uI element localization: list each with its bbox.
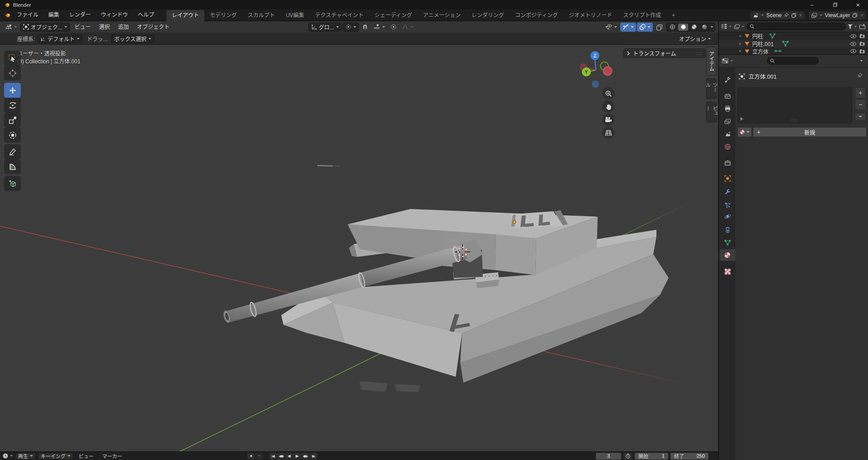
mode-dropdown[interactable]: オブジェク...: [20, 23, 70, 32]
prev-keyframe-button[interactable]: ◀◆: [277, 453, 285, 460]
keying-dropdown[interactable]: キーイング: [38, 453, 73, 460]
options-dropdown[interactable]: オプション: [677, 34, 713, 43]
workspace-tab-uv[interactable]: UV編集: [280, 10, 310, 21]
zoom-button[interactable]: [602, 87, 614, 100]
tool-measure[interactable]: [4, 159, 21, 174]
axis-x-pos-ball[interactable]: [604, 67, 612, 76]
proportional-falloff-dropdown[interactable]: [400, 23, 416, 32]
auto-keying-set-dropdown[interactable]: [255, 453, 263, 460]
tool-cursor[interactable]: [4, 66, 21, 81]
tool-rotate[interactable]: [4, 98, 21, 113]
view-layer-selector[interactable]: ViewLayer ×: [808, 11, 866, 20]
sidebar-tab-view[interactable]: ビュー: [706, 102, 717, 123]
use-preview-range-button[interactable]: [623, 453, 632, 460]
tool-add-cube[interactable]: [4, 176, 21, 191]
pivot-point-dropdown[interactable]: [343, 23, 359, 32]
tool-scale[interactable]: [4, 113, 21, 128]
editor-type-button[interactable]: [3, 23, 19, 32]
workspace-tab-shading[interactable]: シェーディング: [369, 10, 417, 21]
snap-target-dropdown[interactable]: [371, 23, 387, 32]
menu-add[interactable]: 追加: [114, 22, 132, 33]
workspace-tab-modeling[interactable]: モデリング: [204, 10, 242, 21]
proportional-editing-toggle[interactable]: [388, 23, 399, 32]
hide-eye-icon[interactable]: [850, 42, 857, 46]
new-collection-button[interactable]: [859, 24, 866, 29]
list-resize-grip[interactable]: ::::: [791, 118, 797, 122]
play-button[interactable]: ▶: [293, 453, 301, 460]
sidebar-tab-tool[interactable]: ツール: [706, 78, 717, 99]
select-mode-dropdown[interactable]: ボックス選択: [111, 34, 154, 43]
shading-wireframe-button[interactable]: [668, 24, 677, 31]
outliner-display-mode-dropdown[interactable]: [721, 24, 732, 29]
expand-icon[interactable]: [740, 42, 741, 45]
tool-transform[interactable]: [4, 128, 21, 142]
expand-icon[interactable]: [740, 50, 741, 53]
menu-view[interactable]: ビュー: [71, 22, 94, 33]
tab-view-layer[interactable]: [720, 115, 735, 127]
outliner-row-cube[interactable]: 立方体: [719, 47, 868, 54]
tab-collection[interactable]: [720, 157, 735, 169]
camera-view-button[interactable]: [602, 114, 614, 126]
tab-object-data[interactable]: [720, 237, 735, 248]
menu-object[interactable]: オブジェクト: [133, 22, 173, 33]
tab-material[interactable]: [720, 249, 735, 261]
workspace-tab-animation[interactable]: アニメーション: [418, 10, 467, 21]
frame-end-field[interactable]: 終了250: [670, 453, 708, 460]
sidebar-tab-item[interactable]: アイテム: [706, 47, 717, 76]
menu-file[interactable]: ファイル: [12, 9, 43, 21]
outliner-filter-dropdown[interactable]: [848, 24, 857, 29]
tool-select-box[interactable]: [4, 51, 21, 66]
transform-panel-header[interactable]: トランスフォーム ::::: [623, 48, 706, 58]
hide-eye-icon[interactable]: [850, 49, 857, 53]
show-overlays-toggle[interactable]: [637, 23, 653, 32]
restore-button[interactable]: [825, 0, 845, 9]
transform-orientation-dropdown[interactable]: グロ...: [308, 23, 342, 32]
playback-dropdown[interactable]: 再生: [15, 453, 36, 460]
show-gizmo-toggle[interactable]: [620, 23, 636, 32]
menu-render[interactable]: レンダー: [64, 9, 96, 21]
pin-icon[interactable]: [857, 73, 863, 78]
minimize-button[interactable]: –: [802, 0, 822, 9]
next-keyframe-button[interactable]: ◆▶: [302, 453, 309, 460]
outliner-filter-id-dropdown[interactable]: [734, 24, 745, 29]
tab-texture[interactable]: [720, 266, 735, 277]
workspace-tab-rendering[interactable]: レンダリング: [466, 10, 509, 21]
menu-window[interactable]: ウィンドウ: [96, 9, 133, 21]
scene-selector[interactable]: Scene ×: [750, 11, 805, 20]
menu-select[interactable]: 選択: [95, 22, 113, 33]
workspace-tab-scripting[interactable]: スクリプト作成: [618, 10, 666, 21]
navigation-gizmo[interactable]: X Z Y: [579, 47, 619, 92]
tab-modifiers[interactable]: [720, 185, 735, 197]
xray-toggle[interactable]: [654, 23, 665, 32]
shading-material-button[interactable]: [689, 24, 698, 31]
properties-options-dropdown[interactable]: [860, 60, 863, 62]
hide-eye-icon[interactable]: [850, 34, 857, 38]
disable-render-icon[interactable]: [859, 41, 865, 46]
object-origin-dot[interactable]: [513, 221, 516, 224]
properties-search-input[interactable]: [767, 57, 819, 65]
tab-output[interactable]: [720, 103, 735, 114]
tab-particles[interactable]: [720, 199, 735, 211]
menu-edit[interactable]: 編集: [43, 9, 64, 21]
add-workspace-button[interactable]: +: [666, 10, 680, 21]
workspace-tab-sculpting[interactable]: スカルプト: [242, 10, 280, 21]
disable-render-icon[interactable]: [859, 49, 865, 54]
outliner-row-cylinder[interactable]: 円柱: [719, 32, 868, 40]
3d-viewport[interactable]: ユーザー・透視投影 (3) Collection | 立方体.001 X Z Y…: [0, 45, 718, 451]
panel-drag-grip[interactable]: ::::: [696, 51, 702, 56]
tab-scene[interactable]: [720, 128, 735, 140]
timeline-view-menu[interactable]: ビュー: [75, 452, 97, 460]
workspace-tab-layout[interactable]: レイアウト: [166, 10, 204, 21]
tool-annotate[interactable]: [4, 144, 21, 159]
menu-help[interactable]: ヘルプ: [133, 9, 159, 21]
shading-solid-button[interactable]: [678, 24, 688, 31]
shading-rendered-button[interactable]: [700, 24, 709, 31]
tab-physics[interactable]: [720, 210, 735, 222]
duplicate-icon[interactable]: [852, 13, 858, 18]
material-slots-list[interactable]: ::::: [737, 87, 852, 123]
pin-icon[interactable]: [784, 13, 789, 18]
coord-system-dropdown[interactable]: デフォルト: [38, 34, 82, 43]
frame-start-field[interactable]: 開始1: [635, 453, 668, 460]
snap-toggle[interactable]: [360, 23, 370, 32]
add-material-slot-button[interactable]: +: [855, 87, 866, 98]
